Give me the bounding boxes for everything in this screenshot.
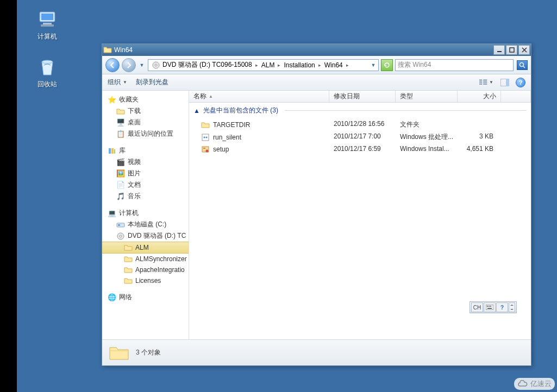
chevron-icon[interactable]: ▸ (254, 62, 259, 68)
preview-pane-button[interactable] (497, 77, 512, 88)
folder-icon (201, 121, 210, 129)
svg-rect-13 (483, 79, 487, 80)
recent-icon: 📋 (116, 130, 125, 138)
desktop-icon-label: 回收站 (27, 80, 67, 89)
explorer-window: Win64 ▼ DVD 驱动器 (D:) TC096-15008 ▸ (102, 43, 531, 366)
svg-rect-20 (114, 149, 115, 154)
file-size: 3 KB (458, 132, 501, 142)
dvd-icon (116, 232, 125, 241)
sidebar-item-licenses[interactable]: Licenses (102, 275, 189, 286)
close-button[interactable] (518, 45, 530, 55)
breadcrumb-dropdown[interactable]: ▼ (370, 60, 377, 70)
ime-toolbar[interactable]: CH ? (470, 301, 517, 313)
breadcrumb[interactable]: DVD 驱动器 (D:) TC096-15008 ▸ ALM ▸ Install… (148, 59, 379, 71)
chevron-icon[interactable]: ▸ (277, 62, 281, 68)
sidebar-item-computer[interactable]: 💻计算机 (102, 207, 189, 219)
sidebar-item-dvd[interactable]: DVD 驱动器 (D:) TC (102, 230, 189, 242)
sidebar-item-videos[interactable]: 🎬视频 (102, 156, 189, 168)
column-modified[interactable]: 修改日期 (329, 91, 396, 102)
svg-point-30 (206, 150, 209, 153)
column-name[interactable]: 名称▲ (189, 91, 329, 102)
sidebar-item-documents[interactable]: 📄文档 (102, 179, 189, 191)
statusbar: 3 个对象 (102, 339, 531, 365)
sidebar-item-local-disk[interactable]: 本地磁盘 (C:) (102, 219, 189, 230)
svg-rect-33 (489, 306, 490, 307)
organize-menu[interactable]: 组织 ▼ (108, 78, 127, 87)
star-icon: ⭐ (108, 96, 116, 104)
breadcrumb-segment[interactable]: ALM (259, 60, 277, 71)
maximize-button[interactable] (506, 45, 517, 55)
search-input[interactable]: 搜索 Win64 (395, 59, 514, 71)
forward-button[interactable] (122, 58, 136, 72)
back-button[interactable] (105, 58, 120, 72)
file-row[interactable]: TARGETDIR2010/12/28 16:56文件夹 (189, 118, 531, 131)
sidebar-item-favorites[interactable]: ⭐收藏夹 (102, 94, 189, 105)
disk-icon (116, 220, 125, 229)
sidebar-item-downloads[interactable]: 下载 (102, 105, 189, 117)
sidebar-item-alm[interactable]: ALM (102, 242, 189, 254)
navigation-pane[interactable]: ⭐收藏夹 下载 🖥️桌面 📋最近访问的位置 库 🎬视频 🖼️图片 📄文档 🎵音乐… (102, 91, 189, 339)
breadcrumb-segment[interactable]: Installation (281, 60, 317, 71)
search-button[interactable] (517, 60, 528, 70)
document-icon: 📄 (116, 181, 125, 189)
file-list: 名称▲ 修改日期 类型 大小 ▲ 光盘中当前包含的文件 (3) TARGETDI… (189, 91, 531, 339)
folder-icon (124, 265, 133, 274)
svg-rect-25 (202, 134, 209, 141)
desktop-icon-computer[interactable]: 计算机 (27, 9, 67, 41)
file-date: 2010/12/17 7:00 (329, 132, 396, 142)
folder-icon (116, 107, 125, 116)
file-size (458, 120, 501, 129)
minimize-button[interactable] (493, 45, 505, 55)
svg-rect-18 (109, 148, 111, 154)
svg-rect-34 (490, 306, 491, 307)
sidebar-item-recent[interactable]: 📋最近访问的位置 (102, 128, 189, 140)
ime-keyboard-button[interactable] (484, 302, 496, 312)
sidebar-item-network[interactable]: 🌐网络 (102, 292, 189, 303)
status-text: 3 个对象 (136, 348, 161, 357)
desktop: 计算机 回收站 Win64 (17, 0, 557, 392)
help-button[interactable]: ? (516, 78, 525, 87)
ime-lang-button[interactable]: CH (471, 302, 483, 312)
file-type: Windows Instal... (396, 145, 458, 154)
file-type: 文件夹 (396, 120, 458, 129)
refresh-button[interactable] (381, 59, 393, 71)
picture-icon: 🖼️ (116, 169, 125, 178)
dvd-icon (152, 61, 160, 69)
svg-point-8 (155, 64, 157, 66)
sidebar-item-pictures[interactable]: 🖼️图片 (102, 168, 189, 179)
watermark: 亿速云 (514, 378, 555, 390)
file-date: 2010/12/17 6:59 (329, 145, 396, 154)
svg-point-24 (120, 235, 122, 237)
ime-options-button[interactable] (509, 302, 515, 312)
breadcrumb-segment[interactable]: Win64 (322, 60, 345, 71)
svg-rect-6 (510, 48, 514, 52)
burn-button[interactable]: 刻录到光盘 (136, 78, 168, 87)
svg-point-4 (42, 60, 53, 64)
desktop-icon-recycle[interactable]: 回收站 (27, 56, 67, 89)
view-options-button[interactable]: ▼ (479, 77, 494, 88)
history-dropdown[interactable]: ▼ (138, 60, 146, 70)
file-row[interactable]: setup2010/12/17 6:59Windows Instal...4,6… (189, 143, 531, 155)
ime-help-button[interactable]: ? (496, 302, 508, 312)
sidebar-item-libraries[interactable]: 库 (102, 145, 189, 156)
column-size[interactable]: 大小 (458, 91, 501, 102)
computer-icon: 💻 (108, 209, 116, 218)
sidebar-item-apache[interactable]: ApacheIntegratio (102, 264, 189, 275)
breadcrumb-root[interactable]: DVD 驱动器 (D:) TC096-15008 (149, 60, 254, 71)
navigation-bar: ▼ DVD 驱动器 (D:) TC096-15008 ▸ ALM ▸ Insta… (102, 56, 531, 74)
chevron-icon[interactable]: ▸ (345, 62, 350, 68)
video-icon: 🎬 (116, 158, 125, 167)
sidebar-item-desktop[interactable]: 🖥️桌面 (102, 117, 189, 128)
chevron-icon[interactable]: ▸ (317, 62, 322, 68)
chevron-down-icon: ▼ (489, 80, 493, 85)
sidebar-item-almsync[interactable]: ALMSynchronizer (102, 254, 189, 264)
group-header[interactable]: ▲ 光盘中当前包含的文件 (3) (189, 103, 531, 118)
recycle-bin-icon (36, 56, 58, 78)
file-row[interactable]: run_silent2010/12/17 7:00Windows 批处理...3… (189, 131, 531, 143)
cloud-icon (517, 380, 528, 388)
titlebar[interactable]: Win64 (102, 44, 531, 56)
search-placeholder: 搜索 Win64 (398, 60, 511, 69)
column-type[interactable]: 类型 (396, 91, 458, 102)
sidebar-item-music[interactable]: 🎵音乐 (102, 191, 189, 202)
svg-rect-2 (43, 23, 52, 24)
